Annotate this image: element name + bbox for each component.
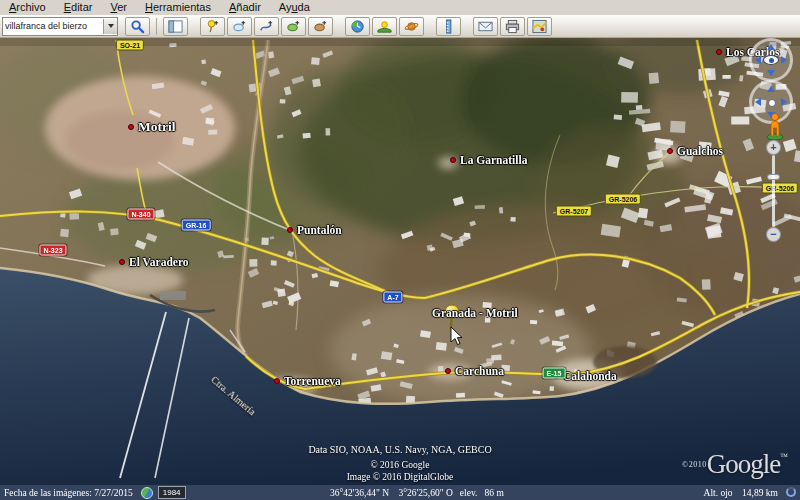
look-left-arrow[interactable] (755, 56, 761, 64)
look-up-arrow[interactable] (767, 44, 775, 50)
historical-imagery-icon (350, 19, 365, 34)
look-right-arrow[interactable] (781, 56, 787, 64)
google-earth-window: ArchivoEditarVerHerramientasAñadirAyuda (0, 0, 800, 500)
coordinates-readout: 36°42'36,44" N 3°26'25,60" O elev. 86 m (330, 488, 504, 498)
search-icon (130, 19, 145, 34)
add-polygon-button[interactable] (227, 17, 252, 36)
sunlight-button[interactable] (372, 17, 397, 36)
zoom-out-button[interactable]: − (766, 227, 781, 242)
road-sign-so-21: SO-21 (116, 40, 144, 51)
search-combo (2, 17, 118, 36)
add-image-overlay-icon (286, 19, 301, 34)
add-polygon-icon (232, 19, 247, 34)
view-in-maps-icon (532, 19, 547, 34)
road-sign-gr-5207: GR-5207 (556, 206, 592, 217)
add-path-icon (259, 19, 274, 34)
search-dropdown-button[interactable] (103, 19, 117, 34)
sidebar-panel-button[interactable] (163, 17, 188, 36)
road-sign-gr-5206: GR-5206 (762, 183, 798, 194)
print-icon (505, 19, 520, 34)
search-button[interactable] (125, 17, 150, 36)
history-year-badge[interactable]: 1984 (158, 486, 186, 499)
email-button[interactable] (473, 17, 498, 36)
road-sign-n-323: N-323 (39, 245, 66, 256)
road-sign-gr-16: GR-16 (182, 220, 211, 231)
road-sign-e-15: E-15 (543, 368, 566, 379)
record-tour-icon (313, 19, 328, 34)
status-bar: Fecha de las imágenes: 7/27/2015 1984 36… (0, 485, 800, 500)
historical-imagery-button[interactable] (345, 17, 370, 36)
zoom-in-button[interactable]: + (766, 140, 781, 155)
road-sign-gr-5206: GR-5206 (605, 194, 641, 205)
toolbar-separator (156, 18, 157, 35)
eye-icon (763, 55, 779, 65)
streaming-spinner (786, 487, 796, 497)
search-input[interactable] (3, 19, 103, 34)
ruler-button[interactable] (436, 17, 461, 36)
road-sign-n-340: N-340 (127, 209, 154, 220)
zoom-slider-handle[interactable] (767, 174, 780, 180)
menu-bar: ArchivoEditarVerHerramientasAñadirAyuda (0, 0, 800, 16)
satellite-imagery (0, 38, 800, 500)
add-placemark-icon (205, 19, 220, 34)
look-down-arrow[interactable] (767, 70, 775, 76)
map-viewport[interactable]: MotrilEl VaraderoPuntalónLa GarnatillaGu… (0, 38, 800, 500)
look-joystick[interactable] (749, 38, 793, 82)
view-in-maps-button[interactable] (527, 17, 552, 36)
planets-icon (404, 19, 419, 34)
mouse-cursor (450, 326, 464, 346)
imagery-date-label: Fecha de las imágenes: 7/27/2015 (4, 488, 133, 498)
add-image-overlay-button[interactable] (281, 17, 306, 36)
print-button[interactable] (500, 17, 525, 36)
menu-aadir[interactable]: Añadir (220, 0, 270, 15)
road-sign-a-7: A-7 (383, 292, 402, 303)
menu-ayuda[interactable]: Ayuda (270, 0, 319, 15)
move-left-arrow[interactable] (755, 98, 761, 106)
email-icon (478, 19, 493, 34)
move-center-dot (768, 99, 776, 107)
eye-altitude-readout: Alt. ojo 14,89 km (704, 488, 778, 498)
sunlight-icon (377, 19, 392, 34)
placemark-label: Granada - Motril (432, 307, 518, 319)
sidebar-panel-icon (168, 19, 183, 34)
add-placemark-button[interactable] (200, 17, 225, 36)
menu-archivo[interactable]: Archivo (0, 0, 55, 15)
menu-editar[interactable]: Editar (55, 0, 102, 15)
zoom-slider-track[interactable] (772, 155, 775, 227)
toolbar (0, 15, 800, 38)
move-right-arrow[interactable] (781, 98, 787, 106)
planets-button[interactable] (399, 17, 424, 36)
pegman-icon[interactable] (766, 112, 784, 140)
record-tour-button[interactable] (308, 17, 333, 36)
menu-herramientas[interactable]: Herramientas (136, 0, 220, 15)
menu-ver[interactable]: Ver (101, 0, 136, 15)
historical-imagery-icon (141, 487, 153, 499)
add-path-button[interactable] (254, 17, 279, 36)
move-up-arrow[interactable] (767, 86, 775, 92)
ruler-icon (441, 19, 456, 34)
